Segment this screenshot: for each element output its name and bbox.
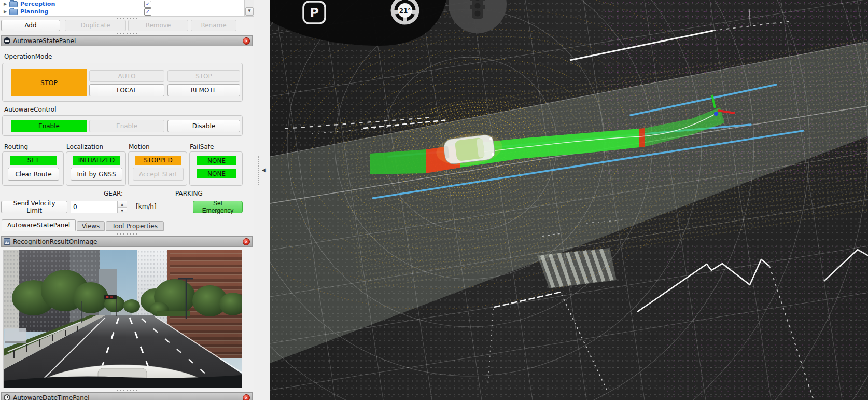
add-button[interactable]: Add [1, 20, 60, 31]
splitter-handle[interactable] [117, 33, 137, 35]
expand-arrow-icon[interactable]: ▶ [4, 2, 8, 6]
localization-state: INITIALIZED [73, 156, 120, 165]
camera-image [4, 250, 242, 388]
motion-group: STOPPED Accept Start [128, 151, 187, 186]
autoware-logo-icon [4, 37, 10, 44]
panel-header[interactable]: AutowareDateTimePanel ✕ [1, 392, 253, 400]
failsafe-state-1: NONE [197, 156, 236, 165]
hud-background [270, 0, 446, 46]
autoware-state-panel: AutowareStatePanel ✕ OperationMode STOP … [0, 35, 254, 214]
operation-mode-group: STOP AUTO STOP LOCAL REMOTE [2, 63, 243, 102]
operation-mode-current: STOP [11, 69, 87, 96]
duplicate-button[interactable]: Duplicate [65, 20, 126, 31]
left-panel-column: ▶ Perception ✓ ▶ Planning ✓ ▼ Add Duplic… [0, 0, 254, 400]
expand-arrow-icon[interactable]: ▶ [4, 10, 8, 14]
tree-scrollbar[interactable]: ▼ [244, 0, 254, 16]
enable-button[interactable]: Enable [89, 120, 164, 132]
close-panel-button[interactable]: ✕ [243, 394, 250, 400]
tab-autoware-state-panel[interactable]: AutowareStatePanel [2, 219, 76, 231]
accept-start-button[interactable]: Accept Start [133, 168, 184, 181]
set-emergency-button[interactable]: Set Emergency [193, 201, 243, 213]
traffic-light-indicator-icon [449, 0, 507, 33]
collapse-panel-arrow[interactable]: ◀ [262, 167, 266, 173]
section-labels: Routing Localization Motion FailSafe [0, 143, 254, 150]
localization-label: Localization [66, 143, 103, 150]
gear-row: GEAR: PARKING [0, 190, 254, 197]
folder-icon [9, 9, 18, 15]
velocity-limit-spinbox[interactable]: ▲ ▼ [71, 201, 127, 213]
panel-splitter[interactable]: ◀ [254, 0, 270, 400]
spin-up-button[interactable]: ▲ [118, 201, 127, 208]
close-panel-button[interactable]: ✕ [243, 238, 250, 245]
planning-checkbox[interactable]: ✓ [144, 8, 151, 16]
scene-layers: P 21° [270, 0, 868, 400]
failsafe-state-2: NONE [197, 169, 236, 178]
motion-label: Motion [129, 143, 150, 150]
stop-button[interactable]: STOP [167, 70, 240, 82]
datetime-panel: AutowareDateTimePanel ✕ [0, 392, 254, 400]
remote-button[interactable]: REMOTE [167, 84, 240, 96]
hud-overlay: P 21° [270, 0, 507, 46]
localization-group: INITIALIZED Init by GNSS [66, 151, 126, 186]
rename-button[interactable]: Rename [191, 20, 236, 31]
tree-row-perception[interactable]: ▶ Perception ✓ [0, 0, 254, 8]
perception-checkbox[interactable]: ✓ [144, 1, 151, 8]
local-button[interactable]: LOCAL [89, 84, 164, 96]
routing-state: SET [10, 156, 57, 165]
scroll-down-button[interactable]: ▼ [245, 7, 254, 16]
image-icon [4, 238, 10, 245]
splitter-handle[interactable] [117, 389, 137, 391]
status-groups: SET Clear Route INITIALIZED Init by GNSS… [0, 151, 254, 186]
operation-mode-label: OperationMode [4, 53, 254, 60]
panel-title: AutowareDateTimePanel [13, 394, 90, 400]
failsafe-label: FailSafe [190, 143, 214, 150]
gear-label: GEAR: [104, 190, 123, 197]
send-velocity-limit-button[interactable]: Send Velocity Limit [1, 201, 67, 213]
failsafe-group: NONE NONE [189, 151, 243, 186]
tree-row-planning[interactable]: ▶ Planning ✓ [0, 8, 254, 16]
autoware-control-label: AutowareControl [4, 106, 254, 113]
display-actions: Add Duplicate Remove Rename [0, 20, 254, 31]
panel-header[interactable]: AutowareStatePanel ✕ [1, 35, 253, 46]
camera-scene [4, 250, 242, 388]
splitter-grip[interactable] [258, 156, 259, 185]
folder-icon [9, 1, 18, 7]
steering-angle-value: 21° [399, 7, 411, 15]
splitter-handle[interactable] [117, 17, 137, 19]
velocity-limit-row: Send Velocity Limit ▲ ▼ [km/h] Set Emerg… [0, 200, 254, 214]
spin-down-button[interactable]: ▼ [118, 208, 127, 213]
velocity-limit-input[interactable] [71, 201, 117, 213]
tree-item-label[interactable]: Planning [20, 8, 48, 15]
displays-tree[interactable]: ▶ Perception ✓ ▶ Planning ✓ ▼ [0, 0, 254, 17]
rviz-window: ▶ Perception ✓ ▶ Planning ✓ ▼ Add Duplic… [0, 0, 868, 400]
road-surface [270, 42, 868, 363]
tree-item-label[interactable]: Perception [20, 1, 55, 7]
remove-button[interactable]: Remove [128, 20, 188, 31]
steering-wheel-icon: 21° [393, 0, 417, 23]
tab-tool-properties[interactable]: Tool Properties [106, 221, 164, 231]
panel-header[interactable]: RecognitionResultOnImage ✕ [1, 236, 253, 247]
velocity-unit-label: [km/h] [136, 203, 157, 210]
control-state: Enable [11, 120, 87, 132]
auto-button[interactable]: AUTO [89, 70, 164, 82]
routing-label: Routing [4, 143, 28, 150]
routing-group: SET Clear Route [2, 151, 64, 186]
motion-state: STOPPED [135, 156, 181, 165]
panel-title: RecognitionResultOnImage [13, 238, 97, 245]
clear-route-button[interactable]: Clear Route [8, 168, 59, 181]
panel-title: AutowareStatePanel [13, 37, 76, 45]
gear-value: PARKING [175, 190, 203, 197]
panel-tab-bar: AutowareStatePanel Views Tool Properties [0, 219, 254, 231]
autoware-control-group: Enable Enable Disable [2, 115, 243, 136]
init-by-gnss-button[interactable]: Init by GNSS [71, 168, 122, 181]
splitter-handle[interactable] [117, 233, 137, 235]
svg-text:P: P [310, 6, 319, 20]
close-panel-button[interactable]: ✕ [243, 37, 250, 45]
rviz-3d-view[interactable]: P 21° [270, 0, 868, 400]
disable-button[interactable]: Disable [167, 120, 240, 132]
tab-views[interactable]: Views [77, 221, 105, 231]
recognition-panel: RecognitionResultOnImage ✕ [0, 236, 254, 388]
clock-icon [4, 394, 10, 400]
